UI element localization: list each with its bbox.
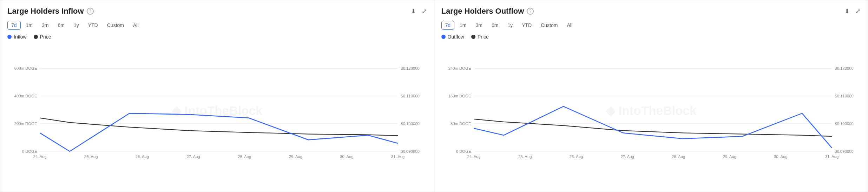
svg-text:31. Aug: 31. Aug bbox=[825, 155, 838, 159]
help-icon[interactable]: ? bbox=[527, 8, 534, 15]
svg-text:29. Aug: 29. Aug bbox=[289, 155, 302, 159]
svg-text:$0.120000: $0.120000 bbox=[835, 66, 853, 70]
svg-text:600m DOGE: 600m DOGE bbox=[14, 66, 37, 70]
svg-text:30. Aug: 30. Aug bbox=[340, 155, 353, 159]
svg-text:$0.100000: $0.100000 bbox=[835, 122, 853, 126]
svg-text:31. Aug: 31. Aug bbox=[391, 155, 405, 159]
svg-text:25. Aug: 25. Aug bbox=[84, 155, 98, 159]
svg-text:$0.110000: $0.110000 bbox=[401, 94, 419, 98]
svg-text:0 DOGE: 0 DOGE bbox=[22, 149, 37, 153]
legend-item-price: Price bbox=[471, 34, 489, 40]
time-btn-6m[interactable]: 6m bbox=[54, 21, 68, 30]
legend-dot-blue bbox=[441, 35, 446, 39]
svg-text:◈ IntoTheBlock: ◈ IntoTheBlock bbox=[171, 104, 263, 117]
svg-text:26. Aug: 26. Aug bbox=[569, 155, 583, 159]
chart-panel-outflow: Large Holders Outflow ? ⬇ ⤢ 7d1m3m6m1yYT… bbox=[434, 0, 868, 192]
expand-icon[interactable]: ⤢ bbox=[855, 7, 861, 15]
legend-label-1: Outflow bbox=[448, 34, 464, 40]
chart-panel-inflow: Large Holders Inflow ? ⬇ ⤢ 7d1m3m6m1yYTD… bbox=[0, 0, 434, 192]
panel-actions: ⬇ ⤢ bbox=[411, 7, 427, 15]
svg-text:24. Aug: 24. Aug bbox=[467, 155, 480, 159]
svg-text:24. Aug: 24. Aug bbox=[33, 155, 46, 159]
time-btn-ytd[interactable]: YTD bbox=[518, 21, 535, 30]
time-btn-1y[interactable]: 1y bbox=[70, 21, 83, 30]
legend-dot-price bbox=[471, 35, 475, 39]
panel-actions: ⬇ ⤢ bbox=[844, 7, 861, 15]
time-btn-3m[interactable]: 3m bbox=[38, 21, 52, 30]
svg-text:25. Aug: 25. Aug bbox=[518, 155, 532, 159]
legend-item-price: Price bbox=[34, 34, 51, 40]
svg-text:28. Aug: 28. Aug bbox=[672, 155, 685, 159]
time-btn-7d[interactable]: 7d bbox=[7, 21, 21, 30]
time-btn-1m[interactable]: 1m bbox=[456, 21, 470, 30]
legend-label-2: Price bbox=[40, 34, 51, 40]
svg-text:80m DOGE: 80m DOGE bbox=[450, 122, 471, 126]
price-line bbox=[40, 118, 398, 136]
time-btn-7d[interactable]: 7d bbox=[441, 21, 455, 30]
time-btn-all[interactable]: All bbox=[129, 21, 143, 30]
svg-text:29. Aug: 29. Aug bbox=[723, 155, 736, 159]
svg-text:27. Aug: 27. Aug bbox=[620, 155, 634, 159]
time-btn-custom[interactable]: Custom bbox=[537, 21, 561, 30]
chart-area: 240m DOGE160m DOGE80m DOGE0 DOGE $0.1200… bbox=[441, 42, 861, 188]
svg-text:$0.090000: $0.090000 bbox=[401, 149, 419, 153]
main-line bbox=[40, 113, 398, 151]
svg-text:30. Aug: 30. Aug bbox=[774, 155, 787, 159]
svg-text:$0.110000: $0.110000 bbox=[835, 94, 853, 98]
svg-text:◈ IntoTheBlock: ◈ IntoTheBlock bbox=[605, 104, 697, 117]
legend-dot-blue bbox=[7, 35, 12, 39]
time-filters: 7d1m3m6m1yYTDCustomAll bbox=[441, 21, 861, 30]
svg-text:$0.100000: $0.100000 bbox=[401, 122, 419, 126]
time-btn-ytd[interactable]: YTD bbox=[84, 21, 102, 30]
legend-label-1: Inflow bbox=[14, 34, 27, 40]
help-icon[interactable]: ? bbox=[87, 8, 94, 15]
svg-text:26. Aug: 26. Aug bbox=[136, 155, 149, 159]
time-btn-1y[interactable]: 1y bbox=[504, 21, 517, 30]
price-line bbox=[474, 119, 831, 136]
svg-text:$0.090000: $0.090000 bbox=[835, 149, 853, 153]
svg-text:160m DOGE: 160m DOGE bbox=[448, 94, 471, 98]
svg-text:400m DOGE: 400m DOGE bbox=[14, 94, 37, 98]
title-row: Large Holders Outflow ? bbox=[441, 7, 534, 16]
svg-text:27. Aug: 27. Aug bbox=[186, 155, 200, 159]
time-filters: 7d1m3m6m1yYTDCustomAll bbox=[7, 21, 427, 30]
svg-text:28. Aug: 28. Aug bbox=[238, 155, 251, 159]
legend-item-blue: Inflow bbox=[7, 34, 27, 40]
chart-svg: 240m DOGE160m DOGE80m DOGE0 DOGE $0.1200… bbox=[441, 42, 861, 188]
svg-text:0 DOGE: 0 DOGE bbox=[456, 149, 471, 153]
svg-text:200m DOGE: 200m DOGE bbox=[14, 122, 37, 126]
time-btn-all[interactable]: All bbox=[563, 21, 576, 30]
time-btn-3m[interactable]: 3m bbox=[472, 21, 486, 30]
expand-icon[interactable]: ⤢ bbox=[422, 7, 427, 15]
time-btn-custom[interactable]: Custom bbox=[103, 21, 128, 30]
panel-header: Large Holders Inflow ? ⬇ ⤢ bbox=[7, 7, 427, 16]
svg-text:240m DOGE: 240m DOGE bbox=[448, 66, 471, 70]
time-btn-6m[interactable]: 6m bbox=[488, 21, 502, 30]
legend: Outflow Price bbox=[441, 34, 861, 40]
panel-header: Large Holders Outflow ? ⬇ ⤢ bbox=[441, 7, 861, 16]
chart-svg: 600m DOGE400m DOGE200m DOGE0 DOGE $0.120… bbox=[7, 42, 427, 188]
legend-item-blue: Outflow bbox=[441, 34, 464, 40]
legend-dot-price bbox=[34, 35, 38, 39]
chart-area: 600m DOGE400m DOGE200m DOGE0 DOGE $0.120… bbox=[7, 42, 427, 188]
time-btn-1m[interactable]: 1m bbox=[22, 21, 37, 30]
svg-text:$0.120000: $0.120000 bbox=[401, 66, 419, 70]
panel-title: Large Holders Outflow bbox=[441, 7, 524, 16]
title-row: Large Holders Inflow ? bbox=[7, 7, 94, 16]
download-icon[interactable]: ⬇ bbox=[844, 7, 850, 15]
panel-title: Large Holders Inflow bbox=[7, 7, 84, 16]
legend: Inflow Price bbox=[7, 34, 427, 40]
download-icon[interactable]: ⬇ bbox=[411, 7, 416, 15]
legend-label-2: Price bbox=[478, 34, 489, 40]
